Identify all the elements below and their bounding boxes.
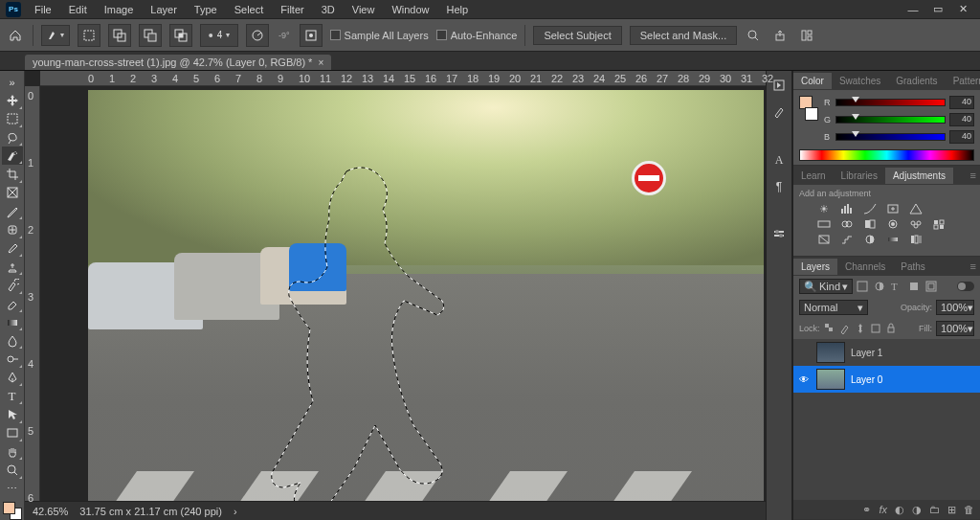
green-value[interactable]: 40: [949, 113, 974, 126]
new-group-icon[interactable]: 🗀: [929, 504, 940, 515]
brightness-adj-icon[interactable]: ☀: [816, 202, 832, 215]
new-layer-icon[interactable]: ⊞: [947, 504, 956, 516]
paragraph-panel-icon[interactable]: ¶: [770, 178, 788, 195]
tab-learn[interactable]: Learn: [793, 168, 834, 184]
tab-libraries[interactable]: Libraries: [834, 168, 885, 184]
brush-tool-icon[interactable]: [2, 239, 23, 258]
levels-adj-icon[interactable]: [839, 202, 855, 215]
menu-window[interactable]: Window: [384, 2, 436, 17]
brush-angle-icon[interactable]: [246, 24, 269, 47]
tab-patterns[interactable]: Patterns: [946, 73, 980, 89]
edit-toolbar-icon[interactable]: ⋯: [2, 480, 23, 498]
ruler-vertical[interactable]: 0123456: [25, 86, 40, 501]
blur-tool-icon[interactable]: [2, 331, 23, 350]
color-spectrum[interactable]: [799, 149, 974, 161]
history-brush-tool-icon[interactable]: [2, 276, 23, 294]
crop-tool-icon[interactable]: [2, 165, 23, 183]
eyedropper-tool-icon[interactable]: [2, 202, 23, 220]
frame-tool-icon[interactable]: [2, 184, 23, 202]
properties-panel-icon[interactable]: [770, 226, 788, 243]
zoom-tool-icon[interactable]: [2, 461, 23, 479]
window-close-icon[interactable]: ✕: [951, 2, 974, 17]
canvas[interactable]: [40, 86, 766, 501]
layer-thumbnail[interactable]: [816, 342, 845, 363]
filter-smart-icon[interactable]: [925, 281, 939, 292]
brush-panel-icon[interactable]: [770, 103, 788, 121]
gradient-tool-icon[interactable]: [2, 313, 23, 331]
background-color[interactable]: [805, 107, 818, 121]
curves-adj-icon[interactable]: [862, 202, 878, 215]
filter-adjustment-icon[interactable]: [874, 281, 887, 292]
colorlookup-adj-icon[interactable]: [931, 217, 947, 231]
menu-filter[interactable]: Filter: [273, 2, 311, 17]
new-selection-icon[interactable]: [78, 24, 100, 47]
tab-gradients[interactable]: Gradients: [888, 73, 945, 89]
hand-tool-icon[interactable]: [2, 442, 23, 461]
tab-color[interactable]: Color: [793, 73, 832, 89]
type-tool-icon[interactable]: T: [2, 387, 23, 405]
red-slider[interactable]: [835, 99, 946, 106]
lock-artboard-icon[interactable]: [870, 323, 881, 334]
tab-layers[interactable]: Layers: [793, 259, 837, 275]
visibility-toggle[interactable]: 👁: [797, 374, 811, 385]
menu-image[interactable]: Image: [97, 2, 142, 17]
subtract-selection-icon[interactable]: [139, 24, 162, 47]
lock-all-icon[interactable]: [885, 323, 897, 334]
tab-adjustments[interactable]: Adjustments: [885, 168, 953, 184]
filter-type-icon[interactable]: T: [891, 281, 904, 292]
color-swatches[interactable]: [3, 502, 22, 520]
red-value[interactable]: 40: [949, 96, 974, 109]
opacity-input[interactable]: 100%▾: [936, 300, 974, 315]
close-tab-icon[interactable]: ×: [318, 57, 323, 68]
hue-adj-icon[interactable]: [816, 217, 832, 231]
channelmixer-adj-icon[interactable]: [908, 217, 924, 231]
photofilter-adj-icon[interactable]: [885, 217, 901, 231]
intersect-selection-icon[interactable]: [169, 24, 192, 47]
posterize-adj-icon[interactable]: [839, 233, 855, 246]
layer-row[interactable]: 👁 Layer 0: [793, 366, 980, 393]
home-icon[interactable]: [6, 26, 25, 45]
status-chevron-icon[interactable]: ›: [234, 506, 237, 517]
character-panel-icon[interactable]: A: [770, 151, 788, 169]
dodge-tool-icon[interactable]: [2, 350, 23, 368]
blend-mode-dropdown[interactable]: Normal▾: [799, 300, 868, 315]
tab-paths[interactable]: Paths: [893, 259, 933, 275]
select-and-mask-button[interactable]: Select and Mask...: [630, 26, 738, 45]
clone-stamp-tool-icon[interactable]: [2, 258, 23, 276]
fill-input[interactable]: 100%▾: [936, 321, 974, 336]
lasso-tool-icon[interactable]: [2, 128, 23, 147]
green-slider[interactable]: [835, 116, 946, 124]
menu-select[interactable]: Select: [227, 2, 272, 17]
gradientmap-adj-icon[interactable]: [885, 233, 901, 246]
search-icon[interactable]: [745, 27, 762, 44]
new-adjustment-icon[interactable]: ◑: [912, 504, 922, 516]
invert-adj-icon[interactable]: [816, 233, 832, 246]
selectivecolor-adj-icon[interactable]: [908, 233, 924, 246]
blue-slider[interactable]: [835, 133, 946, 141]
eraser-tool-icon[interactable]: [2, 295, 23, 313]
add-selection-icon[interactable]: [108, 24, 131, 47]
filter-pixel-icon[interactable]: [857, 281, 870, 292]
exposure-adj-icon[interactable]: [885, 202, 901, 215]
menu-view[interactable]: View: [345, 2, 383, 17]
brush-size-dropdown[interactable]: • 4 ▾: [200, 24, 238, 47]
panel-menu-icon[interactable]: ≡: [967, 260, 980, 272]
delete-layer-icon[interactable]: 🗑: [964, 504, 974, 515]
window-restore-icon[interactable]: ▭: [926, 2, 949, 17]
tool-preset-dropdown[interactable]: ▾: [41, 25, 70, 46]
path-selection-tool-icon[interactable]: [2, 405, 23, 423]
lock-transparency-icon[interactable]: [824, 323, 835, 334]
document-tab[interactable]: young-man-cross-street (1).jpg @ 42.7% (…: [25, 55, 331, 70]
threshold-adj-icon[interactable]: [862, 233, 878, 246]
lock-pixels-icon[interactable]: [839, 323, 851, 334]
pen-tool-icon[interactable]: [2, 369, 23, 387]
bw-adj-icon[interactable]: [862, 217, 878, 231]
healing-brush-tool-icon[interactable]: [2, 220, 23, 238]
link-layers-icon[interactable]: ⚭: [862, 504, 871, 516]
quick-selection-tool-icon[interactable]: [2, 147, 23, 165]
status-zoom[interactable]: 42.65%: [33, 506, 68, 517]
dock-toggle-icon[interactable]: »: [2, 73, 23, 91]
tab-swatches[interactable]: Swatches: [832, 73, 888, 89]
layer-thumbnail[interactable]: [816, 369, 845, 390]
select-subject-button[interactable]: Select Subject: [533, 26, 621, 45]
